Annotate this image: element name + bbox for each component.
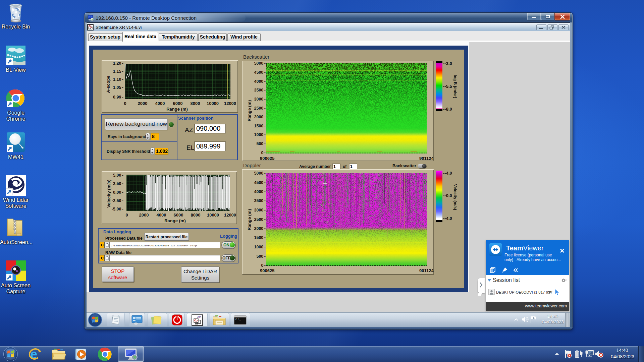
svg-text:XR: XR xyxy=(197,315,202,318)
svg-text:C:\_: C:\_ xyxy=(235,318,241,321)
